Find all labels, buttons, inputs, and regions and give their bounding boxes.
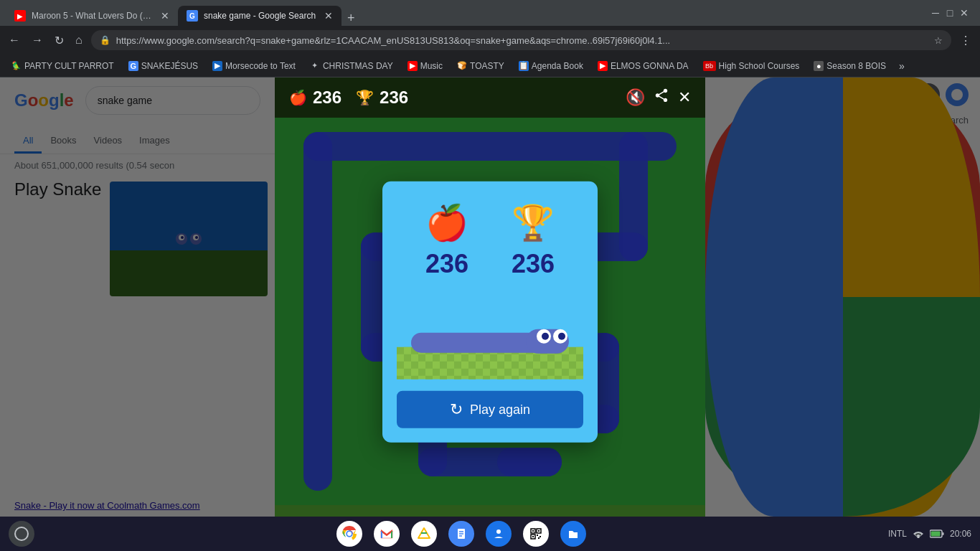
taskbar-launcher[interactable] [9,521,34,547]
wifi-icon [913,529,924,538]
taskbar-apps [40,521,882,547]
tabs-bar: ▶ Maroon 5 - What Lovers Do (Lyri... ✕ G… [6,0,925,26]
clock-time: 20:06 [950,529,971,539]
bookmark-agenda[interactable]: 📋 Agenda Book [513,60,589,72]
bookmark-season8[interactable]: ● Season 8 BOIS [808,60,892,72]
close-button[interactable]: ✕ [960,9,969,17]
dim-overlay-right [705,77,980,517]
bookmark-label-8: ELMOS GONNA DA [611,61,689,71]
battery-icon [930,529,944,538]
url-bar[interactable]: 🔒 https://www.google.com/search?q=snake+… [91,30,951,50]
close-game-button[interactable]: ✕ [678,88,691,108]
bookmark-icon-5: ▶ [407,61,418,71]
tab-favicon-1: ▶ [14,10,26,22]
browser-frame: ▶ Maroon 5 - What Lovers Do (Lyri... ✕ G… [0,0,980,551]
taskbar-status: INTL 20:06 [888,529,971,539]
bookmark-label-7: Agenda Book [532,61,583,71]
svg-rect-7 [303,132,332,491]
bookmark-star-icon[interactable]: ☆ [934,35,943,46]
play-again-button[interactable]: ↻ Play again [397,391,583,428]
taskbar-docs[interactable] [448,521,474,547]
high-score-display: 🏆 236 [356,88,408,108]
tab-close-2[interactable]: ✕ [324,10,333,22]
taskbar: INTL 20:06 [0,517,980,551]
address-bar: ← → ↻ ⌂ 🔒 https://www.google.com/search?… [0,26,980,55]
bookmarks-more-button[interactable]: » [895,59,909,73]
svg-point-36 [15,527,28,540]
bookmark-icon-1: 🦜 [11,61,22,71]
svg-rect-62 [537,534,538,536]
taskbar-classroom[interactable] [486,521,512,547]
svg-point-54 [496,529,501,534]
taskbar-files[interactable] [560,521,586,547]
forward-button[interactable]: → [29,31,46,50]
new-tab-button[interactable]: + [341,11,361,26]
svg-rect-43 [381,531,382,538]
bookmark-icon-7: 📋 [519,61,529,71]
play-again-icon: ↻ [450,400,463,419]
bookmark-label-1: PARTY CULT PARROT [24,61,114,71]
bookmark-christmas[interactable]: ✦ CHRISTMAS DAY [304,60,399,72]
share-button[interactable] [654,88,669,108]
bookmark-morsecode[interactable]: ▶ Morsecode to Text [207,60,301,72]
bookmark-icon-9: Bb [703,61,716,71]
svg-rect-68 [942,532,943,535]
game-board: 🍎 236 🏆 236 [275,118,705,517]
bookmark-party-cult[interactable]: 🦜 PARTY CULT PARROT [6,60,120,72]
bookmark-label-3: Morsecode to Text [225,61,296,71]
keyboard-layout: INTL [888,529,907,539]
dim-overlay-left [0,77,275,517]
back-button[interactable]: ← [6,31,23,50]
window-controls: ─ □ ✕ [931,9,969,17]
extensions-button[interactable]: ⋮ [957,31,974,50]
url-icons: ☆ [934,35,943,46]
tab-maroon5[interactable]: ▶ Maroon 5 - What Lovers Do (Lyri... ✕ [6,6,178,26]
bookmark-icon-8: ▶ [598,61,608,71]
trophy-score-icon: 🏆 [356,89,374,106]
mute-button[interactable]: 🔇 [626,88,645,108]
tab-title-2: snake game - Google Search [204,11,316,21]
bookmark-label-10: Season 8 BOIS [826,61,886,71]
overlay-trophy-value: 236 [512,249,555,279]
svg-point-55 [527,525,545,542]
tab-snake-game[interactable]: G snake game - Google Search ✕ [178,6,341,26]
overlay-trophy-score: 🏆 236 [512,203,555,279]
bookmark-elmos[interactable]: ▶ ELMOS GONNA DA [592,60,694,72]
bookmark-highschool[interactable]: Bb High School Courses [697,60,806,72]
svg-rect-60 [538,530,540,532]
svg-rect-23 [497,448,562,476]
taskbar-gmail[interactable] [374,521,400,547]
taskbar-drive[interactable] [411,521,437,547]
minimize-button[interactable]: ─ [931,9,940,17]
svg-rect-59 [532,530,534,532]
bookmark-label-5: Music [420,61,443,71]
snake-game-container: 🍎 236 🏆 236 🔇 ✕ [275,77,705,517]
bookmark-music[interactable]: ▶ Music [402,60,448,72]
bookmark-toasty[interactable]: 🍞 TOASTY [451,60,510,72]
overlay-scores: 🍎 236 🏆 236 [425,203,555,279]
svg-point-35 [558,333,565,340]
bookmark-icon-2: G [128,61,138,71]
bookmark-snakejesus[interactable]: G SNAKEJÉSUS [123,60,204,72]
bookmark-label-4: CHRISTMAS DAY [323,61,393,71]
maximize-button[interactable]: □ [946,9,954,17]
tab-favicon-2: G [187,10,198,22]
current-score-display: 🍎 236 [289,88,341,108]
taskbar-chrome[interactable] [336,521,362,547]
current-score-value: 236 [313,88,341,108]
home-button[interactable]: ⌂ [72,31,85,50]
refresh-button[interactable]: ↻ [52,31,67,50]
game-score-bar: 🍎 236 🏆 236 🔇 ✕ [275,77,705,118]
bookmarks-bar: 🦜 PARTY CULT PARROT G SNAKEJÉSUS ▶ Morse… [0,55,980,77]
title-bar: ▶ Maroon 5 - What Lovers Do (Lyri... ✕ G… [0,0,980,26]
url-text: https://www.google.com/search?q=snake+ga… [116,35,928,46]
apple-score-icon: 🍎 [289,89,307,106]
overlay-apple-icon: 🍎 [425,203,468,243]
svg-rect-64 [538,537,540,539]
high-score-value: 236 [380,88,408,108]
tab-close-1[interactable]: ✕ [161,10,169,22]
toolbar-icons: ⋮ [957,31,974,50]
taskbar-qr[interactable] [523,521,549,547]
game-over-overlay: 🍎 236 🏆 236 [382,182,598,443]
svg-rect-63 [540,536,541,537]
